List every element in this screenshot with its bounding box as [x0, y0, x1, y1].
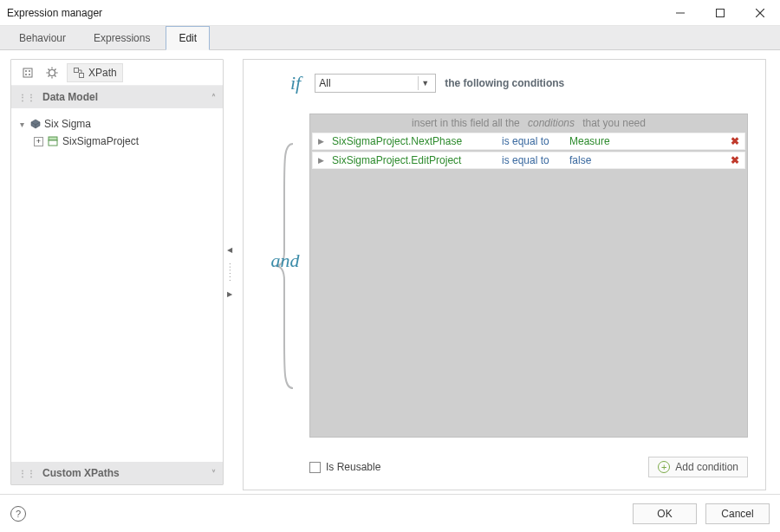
condition-value[interactable]: Measure [569, 135, 621, 147]
section-custom-xpaths[interactable]: ⋮⋮ Custom XPaths ˅ [11, 462, 223, 484]
quantifier-select[interactable]: All ▼ [315, 74, 436, 93]
chevron-down-icon: ˅ [211, 469, 216, 478]
section-title: Custom XPaths [42, 467, 120, 479]
svg-line-2 [756, 9, 764, 17]
chevron-up-icon: ˄ [211, 93, 216, 102]
content: XPath ⋮⋮ Data Model ˄ ▾ Six Sigma + [0, 50, 780, 494]
svg-line-15 [55, 75, 56, 77]
tab-expressions[interactable]: Expressions [81, 27, 162, 49]
if-row: if All ▼ the following conditions [261, 72, 748, 94]
right-pane: if All ▼ the following conditions and in… [236, 50, 780, 494]
plus-icon: + [658, 461, 670, 473]
svg-rect-18 [75, 68, 79, 72]
svg-rect-25 [49, 140, 57, 146]
left-toolbar: XPath [11, 60, 223, 86]
footer: ? OK Cancel [0, 494, 780, 532]
condition-row[interactable]: ▶ SixSigmaProject.EditProject is equal t… [312, 152, 745, 169]
condition-row[interactable]: ▶ SixSigmaProject.NextPhase is equal to … [312, 133, 745, 150]
svg-rect-24 [49, 137, 57, 140]
if-keyword: if [290, 72, 301, 94]
splitter-left-icon: ◀ [227, 246, 232, 254]
condition-operator[interactable]: is equal to [502, 135, 562, 147]
quantifier-value: All [319, 77, 418, 89]
hint-mid: conditions [528, 117, 575, 129]
expand-icon[interactable]: ▶ [318, 156, 325, 165]
chevron-down-icon: ▼ [418, 76, 432, 90]
tree-child-label: SixSigmaProject [62, 135, 139, 147]
grip-icon: ⋮⋮ [18, 93, 36, 102]
checkbox-icon [309, 462, 321, 473]
collapse-icon[interactable]: ▾ [16, 120, 27, 129]
titlebar: Expression manager [0, 0, 780, 26]
conditions-box: insert in this field all the conditions … [309, 114, 748, 438]
tree-child[interactable]: + SixSigmaProject [16, 133, 218, 150]
add-condition-label: Add condition [675, 461, 738, 473]
cube-icon-button[interactable] [18, 63, 37, 82]
svg-line-16 [55, 68, 56, 70]
maximize-button[interactable] [700, 0, 740, 26]
conditions-hint: insert in this field all the conditions … [310, 114, 747, 133]
svg-point-6 [29, 70, 30, 72]
editor-bottom-row: Is Reusable + Add condition [261, 457, 748, 477]
xpath-label: XPath [88, 67, 117, 79]
svg-rect-1 [717, 9, 725, 16]
brace-column: and [261, 114, 309, 438]
expand-icon[interactable]: ▶ [318, 137, 325, 146]
close-button[interactable] [740, 0, 780, 26]
gear-icon-button[interactable] [42, 63, 62, 82]
tree-root-label: Six Sigma [44, 118, 91, 130]
entity-icon [47, 135, 59, 147]
conditions-body: and insert in this field all the conditi… [261, 114, 748, 438]
delete-condition-icon[interactable]: ✖ [731, 135, 739, 147]
xpath-button[interactable]: XPath [67, 63, 123, 82]
xpath-icon [73, 67, 85, 79]
expand-icon[interactable]: + [34, 137, 43, 146]
hint-pre: insert in this field all the [412, 117, 520, 129]
section-title: Data Model [42, 91, 98, 103]
splitter[interactable]: ◀ ······ ▶ [224, 50, 236, 494]
splitter-right-icon: ▶ [227, 290, 232, 298]
svg-rect-4 [23, 68, 32, 77]
tabstrip: Behaviour Expressions Edit [0, 26, 780, 50]
hint-post: that you need [582, 117, 646, 129]
data-model-tree: ▾ Six Sigma + SixSigmaProject [11, 108, 223, 462]
right-card: if All ▼ the following conditions and in… [243, 59, 766, 490]
package-icon [30, 119, 41, 129]
svg-line-3 [756, 9, 764, 17]
delete-condition-icon[interactable]: ✖ [731, 154, 739, 166]
svg-point-5 [25, 70, 27, 72]
cancel-button[interactable]: Cancel [705, 503, 770, 524]
add-condition-button[interactable]: + Add condition [648, 457, 748, 477]
condition-operator[interactable]: is equal to [502, 154, 562, 166]
minimize-button[interactable] [660, 0, 700, 26]
condition-field[interactable]: SixSigmaProject.EditProject [332, 154, 495, 166]
section-data-model[interactable]: ⋮⋮ Data Model ˄ [11, 86, 223, 108]
condition-field[interactable]: SixSigmaProject.NextPhase [332, 135, 495, 147]
condition-value[interactable]: false [569, 154, 621, 166]
tab-edit[interactable]: Edit [166, 26, 210, 50]
ok-button[interactable]: OK [633, 503, 697, 524]
reusable-checkbox[interactable]: Is Reusable [309, 461, 380, 473]
grip-icon: ⋮⋮ [18, 469, 36, 478]
and-keyword: and [271, 250, 300, 272]
left-pane: XPath ⋮⋮ Data Model ˄ ▾ Six Sigma + [0, 50, 224, 494]
svg-point-9 [49, 69, 55, 75]
svg-line-17 [49, 75, 50, 77]
splitter-grip-icon: ······ [225, 263, 235, 282]
window-title: Expression manager [7, 7, 102, 19]
svg-point-8 [29, 74, 30, 75]
reusable-label: Is Reusable [326, 461, 380, 473]
if-trailing-text: the following conditions [445, 77, 564, 89]
svg-rect-19 [80, 73, 84, 77]
tab-behaviour[interactable]: Behaviour [7, 27, 78, 49]
svg-line-14 [49, 68, 50, 70]
svg-point-7 [25, 74, 27, 75]
tree-root[interactable]: ▾ Six Sigma [16, 115, 218, 133]
left-card: XPath ⋮⋮ Data Model ˄ ▾ Six Sigma + [10, 59, 224, 485]
help-button[interactable]: ? [10, 506, 26, 522]
